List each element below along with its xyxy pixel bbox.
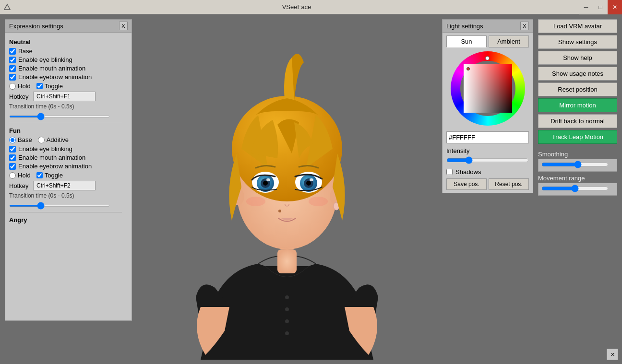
fun-mouth-row: Enable mouth animation — [9, 154, 122, 161]
section-neutral: Neutral — [9, 38, 122, 46]
neutral-eyebrow-row: Enable eyebrow animation — [9, 73, 122, 81]
bottom-right-icon[interactable]: ✕ — [607, 349, 618, 360]
neutral-base-row: Base — [9, 47, 122, 55]
divider-1 — [9, 123, 122, 123]
neutral-eyebrow-checkbox[interactable] — [9, 74, 16, 81]
save-pos-button[interactable]: Save pos. — [446, 178, 487, 190]
fun-transition-label: Transition time (0s - 0.5s) — [9, 192, 122, 199]
neutral-mouth-checkbox[interactable] — [9, 65, 16, 72]
smoothing-label: Smoothing — [538, 151, 617, 158]
neutral-transition-range[interactable] — [9, 116, 110, 117]
main-content: Expression settings X Neutral Base Enabl… — [0, 14, 622, 364]
section-angry: Angry — [9, 216, 122, 223]
svg-point-21 — [285, 295, 289, 299]
light-buttons: Save pos. Reset pos. — [446, 178, 529, 190]
show-help-button[interactable]: Show help — [538, 51, 617, 65]
light-panel-title: Light settings — [446, 23, 483, 30]
svg-point-16 — [306, 181, 311, 186]
fun-hold-toggle-row: Hold Toggle — [9, 172, 122, 179]
color-hex-input[interactable] — [446, 131, 529, 143]
neutral-eye-blink-row: Enable eye blinking — [9, 56, 122, 63]
movement-range-range[interactable] — [541, 185, 609, 192]
fun-eyebrow-label: Enable eyebrow animation — [18, 163, 92, 170]
color-gradient-square[interactable] — [464, 64, 512, 113]
svg-point-23 — [285, 319, 289, 323]
tab-sun[interactable]: Sun — [446, 35, 487, 47]
neutral-hold-radio[interactable] — [9, 83, 16, 90]
show-settings-button[interactable]: Show settings — [538, 35, 617, 49]
svg-point-18 — [246, 197, 265, 206]
neutral-eye-blink-checkbox[interactable] — [9, 57, 16, 63]
fun-eye-blink-label: Enable eye blinking — [18, 145, 72, 153]
fun-mouth-checkbox[interactable] — [9, 154, 16, 161]
fun-additive-radio[interactable] — [38, 137, 45, 143]
shadows-checkbox[interactable] — [446, 169, 453, 175]
neutral-transition-label: Transition time (0s - 0.5s) — [9, 103, 122, 110]
show-usage-notes-button[interactable]: Show usage notes — [538, 67, 617, 81]
neutral-base-checkbox[interactable] — [9, 48, 16, 55]
neutral-hotkey-input[interactable] — [33, 92, 96, 101]
fun-type-row: Base Additive — [9, 136, 122, 143]
fun-hold-label: Hold — [9, 172, 31, 179]
divider-2 — [9, 212, 122, 212]
fun-mouth-label: Enable mouth animation — [18, 154, 85, 161]
expression-panel-close[interactable]: X — [119, 22, 128, 30]
neutral-mouth-row: Enable mouth animation — [9, 65, 122, 72]
fun-transition-slider — [9, 201, 122, 208]
track-leap-motion-button[interactable]: Track Leap Motion — [538, 130, 617, 144]
drift-back-button[interactable]: Drift back to normal — [538, 114, 617, 128]
mirror-motion-button[interactable]: Mirror motion — [538, 98, 617, 112]
tab-ambient[interactable]: Ambient — [489, 35, 529, 47]
neutral-hold-toggle-row: Hold Toggle — [9, 82, 122, 90]
fun-toggle-checkbox[interactable] — [36, 172, 43, 178]
section-fun: Fun — [9, 127, 122, 134]
app-icon — [0, 0, 14, 14]
titlebar: VSeeFace ─ □ ✕ — [0, 0, 622, 14]
reset-pos-button[interactable]: Reset pos. — [489, 178, 529, 190]
fun-additive-label: Additive — [38, 136, 69, 143]
fun-base-radio[interactable] — [9, 137, 16, 143]
fun-base-label: Base — [9, 136, 32, 143]
neutral-toggle-checkbox[interactable] — [36, 83, 43, 89]
color-wheel-cursor — [485, 56, 490, 60]
light-panel-header: Light settings X — [443, 20, 533, 33]
fun-eye-blink-row: Enable eye blinking — [9, 145, 122, 153]
color-wheel-container — [443, 51, 533, 126]
intensity-slider — [446, 156, 529, 165]
intensity-range[interactable] — [446, 156, 529, 164]
svg-marker-0 — [4, 4, 10, 10]
window-controls: ─ □ ✕ — [579, 0, 622, 14]
shadows-row: Shadows — [446, 168, 529, 176]
light-panel-close[interactable]: X — [520, 22, 529, 30]
minimize-button[interactable]: ─ — [579, 0, 593, 14]
light-tabs: Sun Ambient — [446, 35, 529, 47]
character-svg — [162, 19, 412, 360]
window-title: VSeeFace — [14, 3, 579, 11]
fun-hotkey-input[interactable] — [33, 181, 96, 190]
fun-eyebrow-checkbox[interactable] — [9, 163, 16, 170]
fun-transition-range[interactable] — [9, 205, 110, 207]
maximize-button[interactable]: □ — [593, 0, 608, 14]
fun-eye-blink-checkbox[interactable] — [9, 146, 16, 153]
intensity-label: Intensity — [446, 147, 529, 154]
expression-panel-header: Expression settings X — [5, 20, 132, 33]
neutral-eye-blink-label: Enable eye blinking — [18, 56, 72, 63]
svg-point-20 — [278, 210, 281, 212]
close-button[interactable]: ✕ — [608, 0, 622, 14]
svg-point-19 — [309, 197, 328, 206]
load-vrm-button[interactable]: Load VRM avatar — [538, 19, 617, 33]
smoothing-range[interactable] — [541, 161, 609, 168]
svg-rect-2 — [277, 249, 297, 273]
neutral-hold-label: Hold — [9, 82, 31, 90]
fun-hotkey-row: Hotkey — [9, 181, 122, 190]
color-square-cursor — [466, 67, 470, 70]
fun-hold-radio[interactable] — [9, 172, 16, 179]
reset-position-button[interactable]: Reset position — [538, 82, 617, 96]
smoothing-slider-wrap — [538, 159, 617, 172]
expression-scroll-area[interactable]: Neutral Base Enable eye blinking Enable … — [5, 33, 132, 320]
svg-point-17 — [310, 178, 313, 181]
svg-point-12 — [266, 178, 270, 181]
character-viewport — [134, 14, 440, 364]
right-panel: Load VRM avatar Show settings Show help … — [538, 19, 617, 199]
neutral-hotkey-label: Hotkey — [9, 93, 33, 100]
